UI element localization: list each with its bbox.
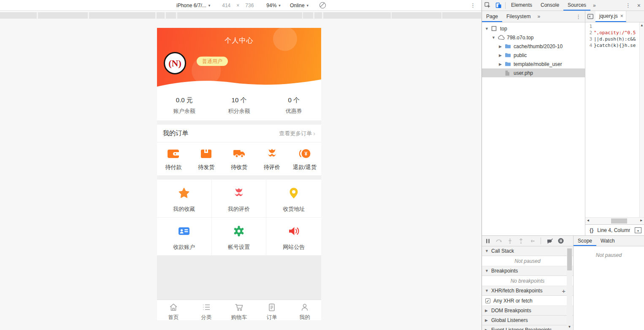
device-toolbar-menu-icon[interactable]: ⋮ [470, 2, 476, 8]
dom-breakpoints-header[interactable]: ▶ DOM Breakpoints [482, 306, 573, 316]
tab-console[interactable]: Console [536, 0, 563, 11]
scroll-down-icon[interactable]: ▼ [567, 325, 572, 329]
tree-expanded-icon[interactable]: ▼ [491, 35, 496, 40]
toggle-navigator-icon[interactable] [585, 11, 595, 22]
order-item-pending-review[interactable]: 待评价 [255, 148, 288, 175]
scroll-left-icon[interactable]: ◀ [587, 218, 589, 222]
event-listener-breakpoints-header[interactable]: ▶ Event Listener Breakpoints [482, 325, 573, 330]
order-item-pending-receipt[interactable]: 待收货 [223, 148, 256, 175]
step-icon[interactable] [528, 237, 535, 244]
xhr-breakpoints-header[interactable]: ▼ XHR/fetch Breakpoints + [482, 286, 573, 296]
tab-watch[interactable]: Watch [596, 236, 619, 246]
scrollbar-thumb[interactable] [611, 218, 627, 224]
step-into-icon[interactable] [506, 237, 513, 244]
close-devtools-icon[interactable]: × [634, 2, 644, 9]
device-select[interactable]: iPhone 6/7/... ▾ [176, 3, 210, 8]
call-stack-header[interactable]: ▼ Call Stack [482, 246, 573, 256]
more-tabs-icon[interactable]: » [590, 3, 598, 8]
editor-tab-jquery[interactable]: jquery.js × [595, 11, 626, 22]
media-query-segment[interactable] [166, 12, 176, 19]
order-item-refund[interactable]: ¥ 退款/退货 [288, 148, 321, 175]
tree-collapsed-icon[interactable]: ▶ [498, 44, 503, 49]
editor-vertical-scrollbar[interactable]: ▲ [639, 22, 644, 217]
step-out-icon[interactable] [517, 237, 524, 244]
zoom-select[interactable]: 94% ▾ [266, 3, 281, 8]
device-toolbar-toggle-icon[interactable] [493, 0, 504, 11]
view-more-orders-link[interactable]: 查看更多订单 › [279, 130, 315, 137]
tulip-icon [233, 187, 245, 199]
scroll-right-icon[interactable]: ▶ [640, 218, 642, 222]
nav-item-categories[interactable]: 分类 [190, 300, 223, 320]
tree-collapsed-icon[interactable]: ▶ [498, 62, 503, 66]
network-throttle-select[interactable]: Online ▾ [290, 3, 308, 8]
media-query-segment[interactable] [89, 12, 155, 19]
media-query-segment[interactable] [392, 12, 441, 19]
media-query-segment[interactable] [157, 12, 165, 19]
viewport-height-field[interactable]: 736 [245, 3, 254, 8]
avatar[interactable]: (N) [164, 52, 186, 74]
grid-item-payment-account[interactable]: 收款账户 [157, 218, 212, 256]
grid-item-announcements[interactable]: 网站公告 [266, 218, 321, 256]
media-query-segment[interactable] [177, 12, 302, 19]
code-editor[interactable]: 1 2",opacity:/^0.5 3||d.push(h):c&& 4}ca… [585, 22, 644, 235]
inspect-element-icon[interactable] [482, 0, 493, 11]
tree-item-top[interactable]: ▼ top [482, 24, 585, 33]
nav-item-home[interactable]: 首页 [157, 300, 190, 320]
nav-item-orders[interactable]: 订单 [255, 300, 288, 320]
tree-item-label: public [514, 52, 527, 58]
media-query-segment[interactable] [323, 12, 391, 19]
viewport-width-field[interactable]: 414 [222, 3, 230, 8]
media-query-segment[interactable] [0, 12, 37, 19]
editor-horizontal-scrollbar[interactable]: ◀ ▶ [585, 217, 644, 224]
scrollbar-thumb[interactable] [567, 248, 572, 270]
grid-item-favorites[interactable]: 我的收藏 [157, 180, 212, 218]
tab-elements[interactable]: Elements [507, 0, 536, 11]
devtools-menu-icon[interactable]: ⋮ [622, 2, 634, 8]
nav-item-cart[interactable]: 购物车 [223, 300, 256, 320]
media-query-segment[interactable] [442, 12, 481, 19]
nav-item-label: 分类 [190, 314, 223, 320]
tree-item-template-folder[interactable]: ▶ template/mobile_user [482, 60, 585, 68]
breakpoints-header[interactable]: ▼ Breakpoints [482, 266, 573, 276]
tab-filesystem[interactable]: Filesystem [502, 11, 535, 22]
tree-expanded-icon[interactable]: ▼ [484, 27, 489, 31]
order-item-pending-payment[interactable]: 待付款 [157, 148, 190, 175]
pause-script-icon[interactable] [484, 237, 491, 244]
xhr-any-row: ✓ Any XHR or fetch [482, 296, 573, 306]
tree-item-public-folder[interactable]: ▶ public [482, 51, 585, 60]
pause-on-exceptions-icon[interactable] [557, 237, 564, 244]
any-xhr-checkbox[interactable]: ✓ [485, 298, 490, 303]
pretty-print-icon[interactable]: {} [590, 227, 593, 233]
no-throttling-icon[interactable] [319, 2, 326, 8]
tree-item-domain[interactable]: ▼ 798.o7o.top [482, 33, 585, 42]
global-listeners-header[interactable]: ▶ Global Listeners [482, 316, 573, 325]
sidebar-scrollbar[interactable]: ▼ [567, 248, 572, 329]
scope-body: Not paused [574, 246, 644, 258]
add-xhr-breakpoint-icon[interactable]: + [562, 287, 566, 295]
phone-viewport: 个人中心 (N) 普通用户 0.0 元 账户余额 10 个 [157, 28, 321, 320]
tab-sources[interactable]: Sources [563, 0, 590, 11]
user-level-badge: 普通用户 [197, 57, 228, 66]
deactivate-breakpoints-icon[interactable] [547, 237, 553, 244]
grid-item-account-settings[interactable]: 帐号设置 [212, 218, 267, 256]
scroll-up-icon[interactable]: ▲ [640, 22, 644, 28]
tab-page[interactable]: Page [482, 11, 502, 22]
tree-item-cache-folder[interactable]: ▶ cache/thumb/2020-10 [482, 42, 585, 51]
grid-item-reviews[interactable]: 我的评价 [212, 180, 267, 218]
more-navigator-tabs-icon[interactable]: » [535, 14, 543, 19]
tab-scope[interactable]: Scope [574, 236, 596, 246]
tree-item-label: 798.o7o.top [507, 35, 533, 41]
media-query-segment[interactable] [314, 12, 322, 19]
tree-collapsed-icon[interactable]: ▶ [498, 53, 503, 57]
panel-toggle-icon[interactable]: ▼ [635, 227, 641, 233]
close-tab-icon[interactable]: × [620, 11, 623, 22]
media-query-segment[interactable] [38, 12, 88, 19]
nav-item-profile[interactable]: 我的 [288, 300, 321, 320]
tree-item-user-php[interactable]: user.php [482, 68, 585, 77]
navigator-menu-icon[interactable]: ⋮ [573, 14, 584, 20]
order-item-pending-shipment[interactable]: 待发货 [190, 148, 223, 175]
media-query-segment[interactable] [303, 12, 313, 19]
code-text: ",opacity:/^0.5 [594, 30, 636, 36]
grid-item-address[interactable]: 收货地址 [266, 180, 321, 218]
step-over-icon[interactable] [495, 237, 502, 244]
